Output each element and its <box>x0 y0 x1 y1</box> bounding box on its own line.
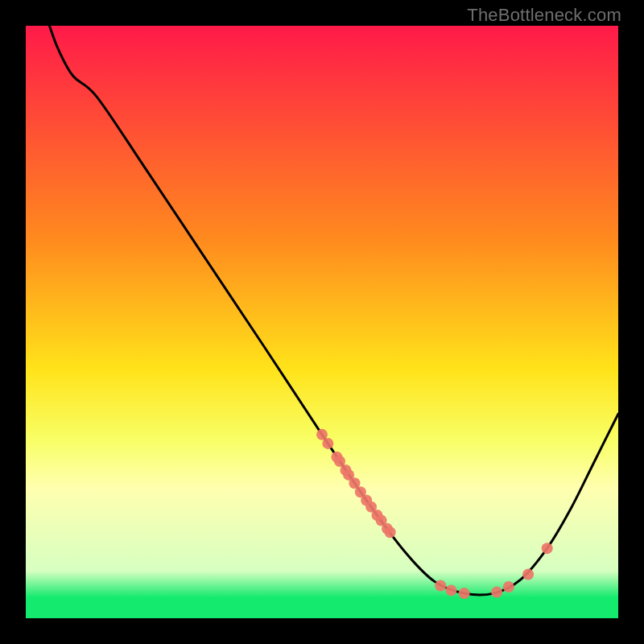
attribution-text: TheBottleneck.com <box>467 5 621 26</box>
data-point <box>459 588 470 599</box>
data-point <box>522 569 534 580</box>
data-point <box>322 438 333 449</box>
data-point <box>435 580 446 592</box>
plot-area <box>26 26 618 618</box>
data-point <box>503 581 514 592</box>
data-point <box>445 584 456 596</box>
chart-frame: TheBottleneck.com <box>0 0 644 644</box>
data-point <box>542 543 553 554</box>
data-points-layer <box>26 26 618 618</box>
data-point <box>385 526 396 538</box>
data-point <box>491 587 502 598</box>
